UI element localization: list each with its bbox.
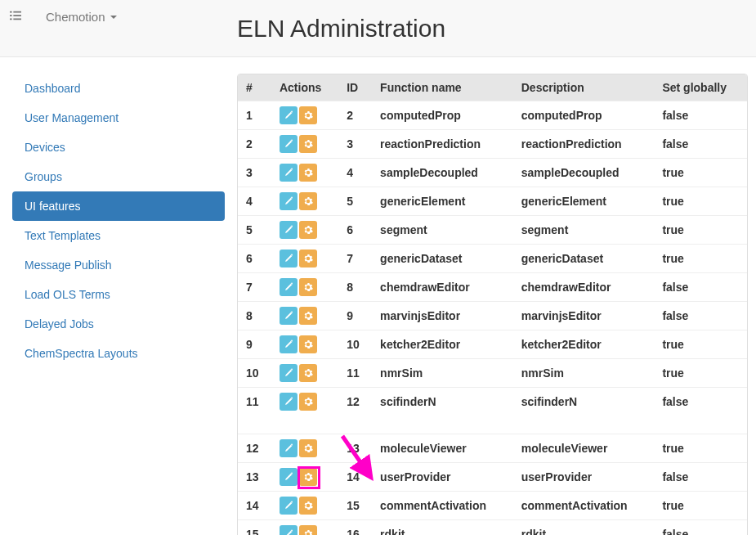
actions-cell <box>271 187 338 216</box>
svg-rect-4 <box>10 19 12 20</box>
settings-button[interactable] <box>299 525 317 535</box>
edit-button[interactable] <box>280 250 297 268</box>
sidebar-item-message-publish[interactable]: Message Publish <box>12 250 225 280</box>
settings-button[interactable] <box>299 192 317 210</box>
sidebar-item-dashboard[interactable]: Dashboard <box>12 74 225 103</box>
edit-button[interactable] <box>280 439 297 457</box>
settings-button[interactable] <box>299 135 317 153</box>
row-function-name: moleculeViewer <box>372 434 513 463</box>
settings-button[interactable] <box>299 164 317 182</box>
row-set-globally: false <box>654 520 747 536</box>
actions-cell <box>271 216 338 245</box>
edit-button[interactable] <box>280 192 297 210</box>
actions-cell <box>271 330 338 359</box>
table-row: 67genericDatasetgenericDatasettrue <box>238 245 747 273</box>
edit-button[interactable] <box>280 307 297 325</box>
row-description: segment <box>513 216 655 245</box>
layout: DashboardUser ManagementDevicesGroupsUI … <box>0 57 756 535</box>
svg-rect-1 <box>13 11 21 13</box>
edit-button[interactable] <box>280 278 297 296</box>
edit-button[interactable] <box>280 364 297 382</box>
sidebar-item-devices[interactable]: Devices <box>12 133 225 162</box>
row-function-name: sampleDecoupled <box>372 159 513 187</box>
settings-button[interactable] <box>299 497 317 515</box>
edit-button[interactable] <box>280 135 297 153</box>
sidebar-item-user-management[interactable]: User Management <box>12 103 225 133</box>
row-set-globally: false <box>654 273 747 302</box>
edit-button[interactable] <box>280 393 297 411</box>
sidebar-item-groups[interactable]: Groups <box>12 162 225 191</box>
row-function-name: genericDataset <box>372 245 513 273</box>
settings-button[interactable] <box>299 364 317 382</box>
settings-button[interactable] <box>299 439 317 457</box>
row-description: moleculeViewer <box>513 434 655 463</box>
settings-button[interactable] <box>299 106 317 124</box>
table-panel: # Actions ID Function name Description S… <box>237 74 748 535</box>
sidebar-item-delayed-jobs[interactable]: Delayed Jobs <box>12 309 225 339</box>
row-id: 13 <box>338 434 372 463</box>
navbar: Chemotion ELN Administration <box>0 0 756 57</box>
sidebar-item-ui-features[interactable]: UI features <box>12 191 225 221</box>
row-number: 11 <box>238 388 271 416</box>
row-set-globally: true <box>654 359 747 388</box>
actions-cell <box>271 463 338 492</box>
row-function-name: genericElement <box>372 187 513 216</box>
features-table: # Actions ID Function name Description S… <box>238 74 747 535</box>
row-id: 6 <box>338 216 372 245</box>
row-number: 15 <box>238 520 271 536</box>
row-function-name: nmrSim <box>372 359 513 388</box>
list-icon[interactable] <box>10 10 21 24</box>
row-number: 2 <box>238 130 271 159</box>
settings-button[interactable] <box>299 468 317 486</box>
row-description: computedProp <box>513 101 655 130</box>
settings-button[interactable] <box>299 250 317 268</box>
edit-button[interactable] <box>280 335 297 353</box>
table-row: 89marvinjsEditormarvinjsEditorfalse <box>238 302 747 330</box>
settings-button[interactable] <box>299 335 317 353</box>
brand-label: Chemotion <box>46 10 105 24</box>
row-set-globally: true <box>654 330 747 359</box>
row-set-globally: false <box>654 101 747 130</box>
sidebar-item-chemspectra-layouts[interactable]: ChemSpectra Layouts <box>12 339 225 368</box>
actions-cell <box>271 388 338 416</box>
brand-dropdown[interactable]: Chemotion <box>46 10 117 24</box>
edit-button[interactable] <box>280 497 297 515</box>
col-set-globally: Set globally <box>654 74 747 101</box>
row-id: 4 <box>338 159 372 187</box>
navbar-left: Chemotion <box>10 0 117 24</box>
svg-rect-5 <box>13 19 21 20</box>
row-description: userProvider <box>513 463 655 492</box>
row-function-name: segment <box>372 216 513 245</box>
row-id: 5 <box>338 187 372 216</box>
settings-button[interactable] <box>299 307 317 325</box>
table-row: 23reactionPredictionreactionPredictionfa… <box>238 130 747 159</box>
row-description: commentActivation <box>513 492 655 520</box>
page-title: ELN Administration <box>237 15 445 43</box>
row-description: rdkit <box>513 520 655 536</box>
row-id: 3 <box>338 130 372 159</box>
row-number: 12 <box>238 434 271 463</box>
settings-button[interactable] <box>299 393 317 411</box>
edit-button[interactable] <box>280 164 297 182</box>
edit-button[interactable] <box>280 468 297 486</box>
col-function-name: Function name <box>372 74 513 101</box>
row-set-globally: true <box>654 434 747 463</box>
edit-button[interactable] <box>280 106 297 124</box>
settings-button[interactable] <box>299 221 317 239</box>
settings-button[interactable] <box>299 278 317 296</box>
row-description: sampleDecoupled <box>513 159 655 187</box>
table-row: 1314userProvideruserProviderfalse <box>238 463 747 492</box>
row-id: 12 <box>338 388 372 416</box>
chevron-down-icon <box>110 16 117 19</box>
row-set-globally: true <box>654 492 747 520</box>
row-description: scifinderN <box>513 388 655 416</box>
row-description: reactionPrediction <box>513 130 655 159</box>
row-number: 4 <box>238 187 271 216</box>
row-function-name: scifinderN <box>372 388 513 416</box>
edit-button[interactable] <box>280 221 297 239</box>
row-description: marvinjsEditor <box>513 302 655 330</box>
edit-button[interactable] <box>280 525 297 535</box>
sidebar-item-load-ols-terms[interactable]: Load OLS Terms <box>12 280 225 309</box>
sidebar-item-text-templates[interactable]: Text Templates <box>12 221 225 250</box>
row-function-name: commentActivation <box>372 492 513 520</box>
